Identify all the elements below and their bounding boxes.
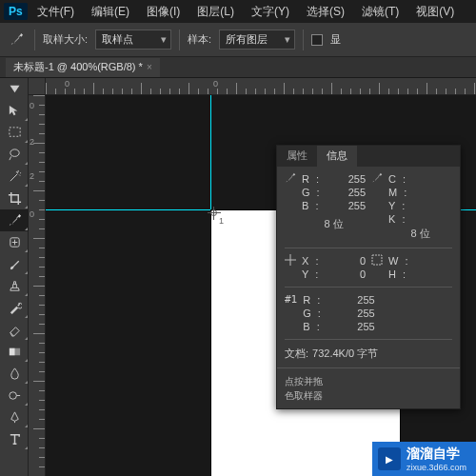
pen-tool[interactable] <box>0 407 29 428</box>
dimensions-icon <box>371 254 383 268</box>
divider <box>303 30 304 50</box>
tab-properties[interactable]: 属性 <box>277 146 317 167</box>
clone-stamp-tool[interactable] <box>0 275 29 297</box>
panel-hint: 点按并拖色取样器 <box>277 367 460 408</box>
move-tool[interactable] <box>0 100 29 122</box>
svg-rect-3 <box>9 348 14 356</box>
type-tool[interactable] <box>0 428 29 450</box>
history-brush-tool[interactable] <box>0 297 29 319</box>
rgb-readout: R :255 G :255 B :255 8 位 <box>302 172 366 232</box>
svg-rect-0 <box>9 128 19 136</box>
menu-image[interactable]: 图像(I) <box>139 4 188 20</box>
eyedropper-icon <box>285 172 296 186</box>
menu-select[interactable]: 选择(S) <box>299 4 352 20</box>
eyedropper-icon <box>371 172 383 186</box>
vertical-ruler[interactable]: 0 2 2 0 <box>29 95 46 476</box>
svg-point-4 <box>9 392 16 400</box>
close-icon[interactable]: × <box>147 62 152 72</box>
sample-label: 样本: <box>188 32 211 47</box>
lasso-tool[interactable] <box>0 144 29 166</box>
svg-rect-5 <box>372 255 382 265</box>
sample1-readout: R :255 G :255 B :255 <box>303 293 374 333</box>
watermark-title: 溜溜自学 <box>407 446 466 463</box>
doc-size-readout: 文档:732.4K/0 字节 <box>285 346 452 362</box>
menu-text[interactable]: 文字(Y) <box>244 4 297 20</box>
wh-readout: W : H : <box>388 254 452 281</box>
magic-wand-tool[interactable] <box>0 166 29 188</box>
sample-select[interactable]: 所有图层 <box>219 30 295 50</box>
cmyk-readout: C : M : Y : K : 8 位 <box>388 172 452 242</box>
watermark-icon: ▶ <box>378 447 401 470</box>
eyedropper-icon <box>6 30 27 50</box>
watermark-url: zixue.3d66.com <box>407 463 466 472</box>
sample-size-label: 取样大小: <box>43 32 88 47</box>
color-sampler-1[interactable]: 1 <box>208 207 221 220</box>
document-tab-bar: 未标题-1 @ 400%(RGB/8) * × <box>0 57 476 78</box>
tool-palette <box>0 78 29 476</box>
ruler-origin[interactable] <box>29 78 46 95</box>
menu-bar: Ps 文件(F) 编辑(E) 图像(I) 图层(L) 文字(Y) 选择(S) 滤… <box>0 0 476 23</box>
menu-filter[interactable]: 滤镜(T) <box>354 4 407 20</box>
eyedropper-tool[interactable] <box>0 209 29 231</box>
healing-brush-tool[interactable] <box>0 231 29 253</box>
dodge-tool[interactable] <box>0 385 29 407</box>
sample-index: #1 <box>285 293 297 306</box>
xy-readout: X :0 Y :0 <box>302 254 366 281</box>
eraser-tool[interactable] <box>0 319 29 341</box>
document-tab[interactable]: 未标题-1 @ 400%(RGB/8) * × <box>6 58 160 77</box>
document-tab-title: 未标题-1 @ 400%(RGB/8) * <box>13 60 143 74</box>
show-checkbox[interactable] <box>311 34 323 46</box>
triangle-toggle[interactable] <box>0 78 29 100</box>
app-logo: Ps <box>4 3 28 20</box>
watermark: ▶ 溜溜自学 zixue.3d66.com <box>372 442 476 476</box>
option-bar: 取样大小: 取样点 样本: 所有图层 显 <box>0 23 476 57</box>
blur-tool[interactable] <box>0 363 29 385</box>
menu-file[interactable]: 文件(F) <box>30 4 82 20</box>
brush-tool[interactable] <box>0 253 29 275</box>
marquee-tool[interactable] <box>0 122 29 144</box>
crop-tool[interactable] <box>0 188 29 209</box>
crosshair-icon <box>285 254 296 268</box>
divider <box>34 30 35 50</box>
panel-tabs: 属性 信息 <box>277 146 460 167</box>
show-label: 显 <box>330 32 341 47</box>
sample-size-select[interactable]: 取样点 <box>95 30 171 50</box>
divider <box>179 30 180 50</box>
menu-edit[interactable]: 编辑(E) <box>84 4 137 20</box>
info-panel: 属性 信息 R :255 G :255 B :255 8 位 C : M : Y… <box>276 145 461 409</box>
horizontal-ruler[interactable]: 0 0 <box>46 78 476 95</box>
menu-view[interactable]: 视图(V) <box>408 4 462 20</box>
menu-layer[interactable]: 图层(L) <box>189 4 242 20</box>
gradient-tool[interactable] <box>0 341 29 363</box>
tab-info[interactable]: 信息 <box>317 146 357 167</box>
